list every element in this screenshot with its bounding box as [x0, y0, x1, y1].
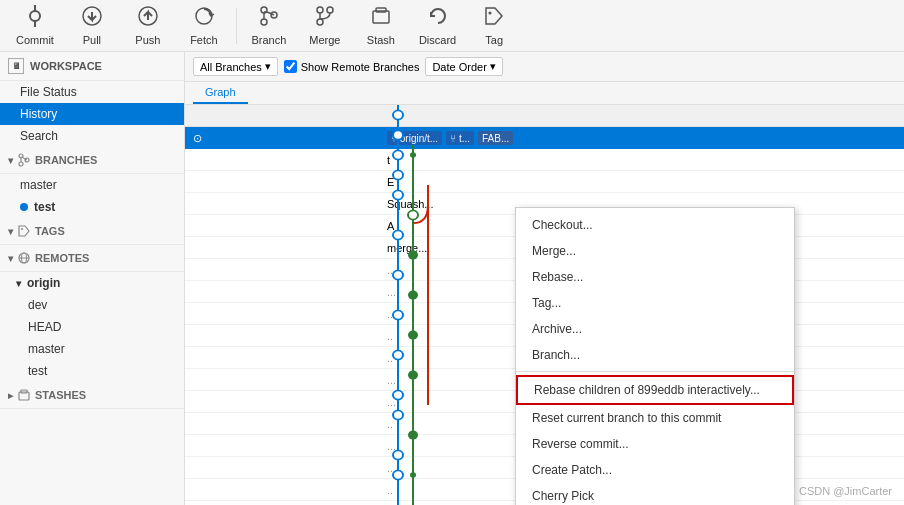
- svg-point-0: [30, 11, 40, 21]
- merge-icon: [314, 5, 336, 32]
- push-button[interactable]: Push: [122, 1, 174, 50]
- stashes-section[interactable]: ▸ STASHES: [0, 382, 184, 409]
- ctx-reset-branch[interactable]: Reset current branch to this commit: [516, 405, 794, 431]
- origin-chevron: ▾: [16, 278, 21, 289]
- ctx-rebase-children[interactable]: Rebase children of 899eddb interactively…: [516, 375, 794, 405]
- tag-test: ⑂ t...: [446, 131, 474, 145]
- fetch-label: Fetch: [190, 34, 218, 46]
- discard-label: Discard: [419, 34, 456, 46]
- commit-row-3[interactable]: E: [185, 171, 904, 193]
- branches-chevron: ▾: [8, 155, 13, 166]
- remotes-section[interactable]: ▾ REMOTES: [0, 245, 184, 272]
- svg-rect-16: [373, 11, 389, 23]
- show-remote-checkbox-label[interactable]: Show Remote Branches: [284, 60, 420, 73]
- sidebar: 🖥 WORKSPACE File Status History Search ▾…: [0, 52, 185, 505]
- remotes-chevron: ▾: [8, 253, 13, 264]
- commit-row-2[interactable]: t: [185, 149, 904, 171]
- sidebar-remote-master[interactable]: master: [0, 338, 184, 360]
- stash-icon: [370, 5, 392, 32]
- discard-icon: [427, 5, 449, 32]
- workspace-icon: 🖥: [8, 58, 24, 74]
- commit-row-selected[interactable]: ⊙ ⑂ origin/t... ⑂ t... FAB...: [185, 127, 904, 149]
- merge-button[interactable]: Merge: [299, 1, 351, 50]
- ctx-reverse-commit[interactable]: Reverse commit...: [516, 431, 794, 457]
- stash-label: Stash: [367, 34, 395, 46]
- tags-section[interactable]: ▾ TAGS: [0, 218, 184, 245]
- context-menu: Checkout... Merge... Rebase... Tag... Ar…: [515, 207, 795, 505]
- sidebar-remote-test[interactable]: test: [0, 360, 184, 382]
- main-toolbar: Commit Pull Push Fetch Branch Merge: [0, 0, 904, 52]
- ctx-merge[interactable]: Merge...: [516, 238, 794, 264]
- dropdown-arrow: ▾: [265, 60, 271, 73]
- svg-point-9: [261, 19, 267, 25]
- date-order-dropdown[interactable]: Date Order ▾: [425, 57, 502, 76]
- show-remote-checkbox[interactable]: [284, 60, 297, 73]
- tag-button[interactable]: Tag: [468, 1, 520, 50]
- graph-dot-col: ⊙: [185, 132, 383, 145]
- date-dropdown-arrow: ▾: [490, 60, 496, 73]
- pull-icon: [81, 5, 103, 32]
- ctx-rebase[interactable]: Rebase...: [516, 264, 794, 290]
- stashes-icon: [17, 388, 31, 402]
- commit-label: Commit: [16, 34, 54, 46]
- stashes-chevron: ▸: [8, 390, 13, 401]
- branch-dropdown[interactable]: All Branches ▾: [193, 57, 278, 76]
- tags-icon: [17, 224, 31, 238]
- tags-chevron: ▾: [8, 226, 13, 237]
- ctx-checkout[interactable]: Checkout...: [516, 212, 794, 238]
- ctx-cherry-pick[interactable]: Cherry Pick: [516, 483, 794, 505]
- svg-point-20: [19, 162, 23, 166]
- content-area: All Branches ▾ Show Remote Branches Date…: [185, 52, 904, 505]
- push-label: Push: [135, 34, 160, 46]
- watermark: CSDN @JimCarter: [799, 485, 892, 497]
- svg-point-18: [489, 12, 492, 15]
- svg-rect-17: [376, 8, 386, 12]
- ctx-tag[interactable]: Tag...: [516, 290, 794, 316]
- branches-icon: [17, 153, 31, 167]
- pull-button[interactable]: Pull: [66, 1, 118, 50]
- sidebar-item-history[interactable]: History: [0, 103, 184, 125]
- push-icon: [137, 5, 159, 32]
- divider-1: [236, 8, 237, 44]
- sidebar-branch-test[interactable]: test: [0, 196, 184, 218]
- tag-icon: [483, 5, 505, 32]
- commit-desc-selected: ⑂ origin/t... ⑂ t... FAB...: [383, 131, 624, 145]
- main-area: 🖥 WORKSPACE File Status History Search ▾…: [0, 52, 904, 505]
- svg-point-13: [317, 19, 323, 25]
- fetch-button[interactable]: Fetch: [178, 1, 230, 50]
- fetch-icon: [193, 5, 215, 32]
- branch-icon: [258, 5, 280, 32]
- pull-label: Pull: [83, 34, 101, 46]
- sidebar-remote-origin[interactable]: ▾ origin: [0, 272, 184, 294]
- tag-origin-test: ⑂ origin/t...: [387, 131, 442, 145]
- workspace-label: 🖥 WORKSPACE: [0, 52, 184, 81]
- sidebar-item-search[interactable]: Search: [0, 125, 184, 147]
- svg-point-12: [317, 7, 323, 13]
- sidebar-item-file-status[interactable]: File Status: [0, 81, 184, 103]
- tabs-bar: Graph: [185, 82, 904, 105]
- graph-area: ⊙ ⑂ origin/t... ⑂ t... FAB... t: [185, 105, 904, 505]
- merge-label: Merge: [309, 34, 340, 46]
- subtoolbar: All Branches ▾ Show Remote Branches Date…: [185, 52, 904, 82]
- ctx-archive[interactable]: Archive...: [516, 316, 794, 342]
- branches-section[interactable]: ▾ BRANCHES: [0, 147, 184, 174]
- ctx-branch[interactable]: Branch...: [516, 342, 794, 368]
- branch-button[interactable]: Branch: [243, 1, 295, 50]
- tab-graph[interactable]: Graph: [193, 82, 248, 104]
- commit-list-header: [185, 105, 904, 127]
- commit-button[interactable]: Commit: [8, 1, 62, 50]
- tag-fab: FAB...: [478, 131, 513, 145]
- svg-point-14: [327, 7, 333, 13]
- sidebar-remote-dev[interactable]: dev: [0, 294, 184, 316]
- sidebar-branch-master[interactable]: master: [0, 174, 184, 196]
- branch-label: Branch: [251, 34, 286, 46]
- discard-button[interactable]: Discard: [411, 1, 464, 50]
- ctx-sep-1: [516, 371, 794, 372]
- commit-icon: [24, 5, 46, 32]
- ctx-create-patch[interactable]: Create Patch...: [516, 457, 794, 483]
- sidebar-remote-head[interactable]: HEAD: [0, 316, 184, 338]
- svg-point-23: [21, 228, 23, 230]
- tag-label: Tag: [485, 34, 503, 46]
- remotes-icon: [17, 251, 31, 265]
- stash-button[interactable]: Stash: [355, 1, 407, 50]
